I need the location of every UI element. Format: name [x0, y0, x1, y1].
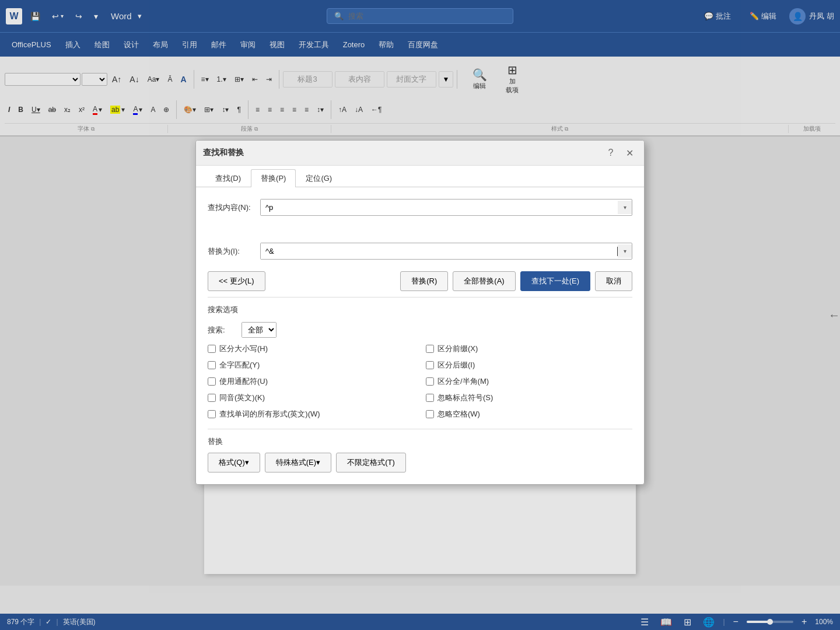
- checkbox-fullhalf: 区分全/半角(M): [426, 376, 632, 387]
- homophone-checkbox[interactable]: [208, 394, 216, 402]
- wildcard-label[interactable]: 使用通配符(U): [219, 376, 268, 387]
- suffix-label[interactable]: 区分后缀(I): [438, 360, 475, 370]
- dialog-overlay: 查找和替换 ? ✕ 查找(D) 替换(P) 定位(G) 查找内容(N): ▾: [0, 0, 840, 630]
- whole-word-checkbox[interactable]: [208, 361, 216, 369]
- find-next-button[interactable]: 查找下一处(E): [520, 271, 590, 291]
- checkboxes-left-col: 区分大小写(H) 全字匹配(Y) 使用通配符(U) 同音(英文)(K): [208, 344, 414, 419]
- tab-goto[interactable]: 定位(G): [296, 169, 342, 187]
- checkbox-homophone: 同音(英文)(K): [208, 393, 414, 403]
- replace-label: 替换为(I):: [208, 246, 260, 257]
- checkboxes-right-col: 区分前缀(X) 区分后缀(I) 区分全/半角(M) 忽略标点符号(S): [426, 344, 632, 419]
- search-select-wrap: 全部 向上 向下: [242, 322, 276, 338]
- find-dropdown-button[interactable]: ▾: [618, 201, 632, 214]
- dialog-help-button[interactable]: ?: [603, 145, 618, 160]
- checkbox-ignore-space: 忽略空格(W): [426, 409, 632, 419]
- format-button[interactable]: 格式(Q)▾: [208, 453, 260, 473]
- ignore-space-label[interactable]: 忽略空格(W): [438, 409, 480, 419]
- replace-all-button[interactable]: 全部替换(A): [453, 271, 515, 291]
- find-input[interactable]: [261, 200, 618, 215]
- ignore-space-checkbox[interactable]: [426, 410, 434, 418]
- search-select[interactable]: 全部 向上 向下: [242, 323, 276, 337]
- search-options-section: 搜索选项 搜索: 全部 向上 向下: [208, 297, 632, 473]
- dialog-title-bar: 查找和替换 ? ✕: [196, 141, 644, 166]
- special-format-button[interactable]: 特殊格式(E)▾: [265, 453, 331, 473]
- whole-word-label[interactable]: 全字匹配(Y): [219, 360, 260, 370]
- all-forms-label[interactable]: 查找单词的所有形式(英文)(W): [219, 409, 320, 419]
- dialog-title: 查找和替换: [203, 148, 244, 158]
- dialog-action-buttons: << 更少(L) 替换(R) 全部替换(A) 查找下一处(E) 取消: [208, 271, 632, 291]
- tab-find[interactable]: 查找(D): [205, 169, 251, 187]
- no-format-button[interactable]: 不限定格式(T): [336, 453, 406, 473]
- replace-input-wrap: ▾: [260, 243, 632, 260]
- suffix-checkbox[interactable]: [426, 361, 434, 369]
- search-type-row: 搜索: 全部 向上 向下: [208, 322, 632, 338]
- dialog-tabs: 查找(D) 替换(P) 定位(G): [196, 166, 644, 187]
- dialog-spacer: [208, 225, 632, 243]
- case-sensitive-label[interactable]: 区分大小写(H): [219, 344, 268, 354]
- prefix-label[interactable]: 区分前缀(X): [438, 344, 478, 354]
- checkbox-suffix: 区分后缀(I): [426, 360, 632, 370]
- wildcard-checkbox[interactable]: [208, 377, 216, 386]
- ignore-punct-checkbox[interactable]: [426, 394, 434, 402]
- fullhalf-checkbox[interactable]: [426, 377, 434, 386]
- dialog-body: 查找内容(N): ▾ 替换为(I): ▾ << 更少(L): [196, 187, 644, 484]
- homophone-label[interactable]: 同音(英文)(K): [219, 393, 265, 403]
- replace-dropdown-button[interactable]: ▾: [618, 244, 632, 258]
- all-forms-checkbox[interactable]: [208, 410, 216, 418]
- dialog-close-button[interactable]: ✕: [622, 145, 637, 160]
- checkbox-prefix: 区分前缀(X): [426, 344, 632, 354]
- checkbox-wildcard: 使用通配符(U): [208, 376, 414, 387]
- checkbox-whole-word: 全字匹配(Y): [208, 360, 414, 370]
- checkboxes-area: 区分大小写(H) 全字匹配(Y) 使用通配符(U) 同音(英文)(K): [208, 344, 632, 419]
- dialog-title-buttons: ? ✕: [603, 145, 637, 160]
- replace-format-buttons: 格式(Q)▾ 特殊格式(E)▾ 不限定格式(T): [208, 453, 632, 473]
- replace-row: 替换为(I): ▾: [208, 243, 632, 260]
- find-label: 查找内容(N):: [208, 202, 260, 213]
- search-options-title: 搜索选项: [208, 304, 632, 315]
- search-type-label: 搜索:: [208, 325, 237, 335]
- cancel-button[interactable]: 取消: [595, 271, 632, 291]
- case-sensitive-checkbox[interactable]: [208, 345, 216, 353]
- prefix-checkbox[interactable]: [426, 345, 434, 353]
- checkbox-case-sensitive: 区分大小写(H): [208, 344, 414, 354]
- less-button[interactable]: << 更少(L): [208, 271, 265, 291]
- fullhalf-label[interactable]: 区分全/半角(M): [438, 376, 489, 387]
- checkbox-all-forms: 查找单词的所有形式(英文)(W): [208, 409, 414, 419]
- replace-section-title: 替换: [208, 436, 632, 447]
- find-replace-dialog: 查找和替换 ? ✕ 查找(D) 替换(P) 定位(G) 查找内容(N): ▾: [195, 140, 645, 485]
- replace-bottom-section: 替换 格式(Q)▾ 特殊格式(E)▾ 不限定格式(T): [208, 429, 632, 473]
- find-input-wrap: ▾: [260, 199, 632, 216]
- replace-input[interactable]: [261, 243, 617, 259]
- ignore-punct-label[interactable]: 忽略标点符号(S): [438, 393, 493, 403]
- replace-button[interactable]: 替换(R): [400, 271, 448, 291]
- checkbox-ignore-punct: 忽略标点符号(S): [426, 393, 632, 403]
- tab-replace[interactable]: 替换(P): [251, 169, 296, 187]
- find-row: 查找内容(N): ▾: [208, 199, 632, 216]
